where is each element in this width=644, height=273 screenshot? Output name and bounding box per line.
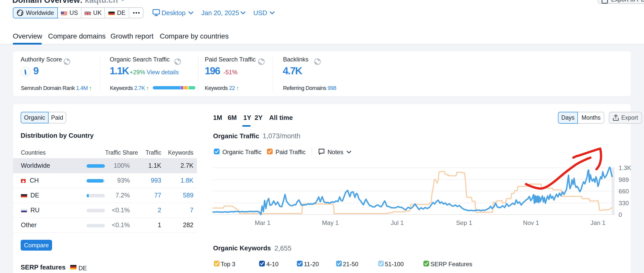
svg-text:Jul 1: Jul 1 [391,219,404,226]
svg-text:Mar 1: Mar 1 [255,219,271,226]
svg-text:330: 330 [619,200,629,207]
svg-text:0: 0 [619,211,622,218]
svg-text:Sep 1: Sep 1 [456,219,472,226]
svg-text:Jan 1: Jan 1 [590,219,606,226]
svg-text:Nov 1: Nov 1 [523,219,539,226]
svg-text:660: 660 [619,188,629,195]
svg-text:May 1: May 1 [322,219,339,226]
svg-text:989: 989 [619,176,629,183]
svg-text:1.3K: 1.3K [619,164,631,171]
